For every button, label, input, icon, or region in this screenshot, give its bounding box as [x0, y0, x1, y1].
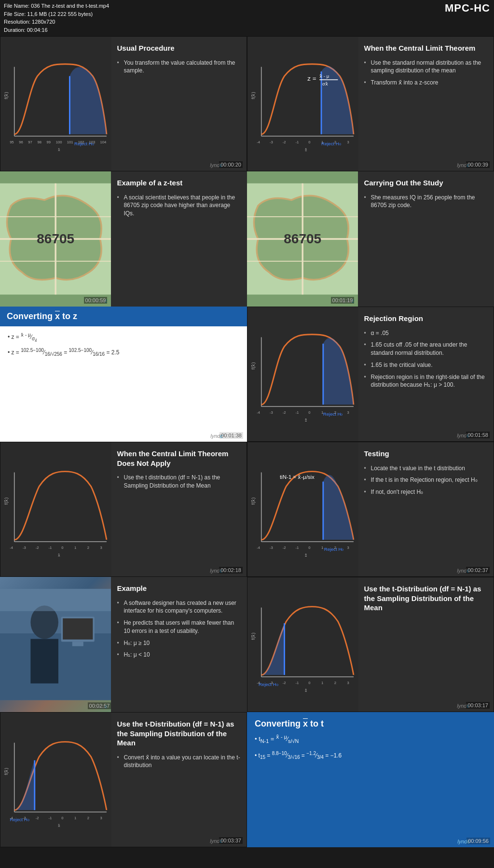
svg-text:97: 97 — [28, 140, 32, 144]
svg-text:0: 0 — [61, 816, 63, 820]
converting-t-timestamp: 00:09:56 — [467, 838, 490, 844]
usual-procedure-bullet-1: You transform the value calculated from … — [117, 59, 241, 75]
svg-text:-1: -1 — [48, 816, 52, 820]
converting-t-eq-2: • t15 = 8.8−10⁄3/√16 = −1.2⁄3/4 = −1.6 — [255, 751, 486, 760]
svg-text:-1: -1 — [48, 546, 52, 550]
svg-text:1: 1 — [74, 816, 76, 820]
carrying-out-cell: 86705 lyndc 00:01:19 Carrying Out the St… — [247, 171, 494, 307]
svg-text:3: 3 — [347, 546, 349, 550]
svg-text:f(x̄): f(x̄) — [250, 632, 256, 640]
svg-text:101: 101 — [67, 140, 73, 144]
svg-text:-4: -4 — [257, 140, 261, 144]
svg-text:2: 2 — [87, 816, 89, 820]
carrying-title: Carrying Out the Study — [364, 178, 488, 188]
mpc-hc-logo: MPC-HC — [445, 2, 490, 14]
rejection-bullet-4: Rejection region is in the right-side ta… — [364, 373, 488, 390]
svg-text:-4: -4 — [257, 410, 261, 415]
svg-text:-4: -4 — [10, 816, 14, 820]
photo-placeholder — [0, 577, 111, 712]
svg-text:-1: -1 — [295, 681, 299, 685]
example-software-cell: lyndc 00:02:57 Example A software design… — [0, 577, 247, 712]
example-software-bullet-4: H₁: μ < 10 — [117, 651, 241, 659]
svg-text:0: 0 — [308, 681, 310, 685]
svg-text:x̄ - μ: x̄ - μ — [319, 73, 329, 79]
example-z-bullet-1: A social scientist believes that people … — [117, 194, 241, 218]
svg-text:96: 96 — [19, 140, 23, 144]
file-name: File Name: 036 The z-test and the t-test… — [4, 2, 490, 10]
svg-text:100: 100 — [56, 140, 62, 144]
example-z-title: Example of a z-test — [117, 178, 241, 188]
testing-chart: Reject H₀ tiN-1 = x̄-μ/six f(x̄) -4 -3 -… — [247, 442, 358, 576]
svg-text:Reject H₀: Reject H₀ — [323, 411, 343, 417]
carrying-bullet-1: She measures IQ in 256 people from the 8… — [364, 194, 488, 210]
svg-text:Reject H₀: Reject H₀ — [321, 141, 341, 146]
example-software-bullet-3: H₀: μ ≥ 10 — [117, 639, 241, 647]
converting-x-z-cell: Converting x to z • z = x̄ - μ⁄σx̄ • z =… — [0, 307, 247, 442]
clt-bullet-2: Transform x̄ into a z-score — [364, 79, 488, 87]
svg-text:1: 1 — [74, 546, 76, 550]
testing-bullet-3: If not, don't reject H₀ — [364, 488, 488, 496]
testing-bullet-2: If the t is in the Rejection region, rej… — [364, 476, 488, 484]
svg-text:2: 2 — [334, 546, 336, 550]
converting-eq-1: • z = x̄ - μ⁄σx̄ — [8, 332, 239, 343]
svg-text:0: 0 — [308, 546, 310, 550]
clt-not-apply-chart: f(x̄) -4 -3 -2 -1 0 1 2 3 x̄ — [0, 442, 111, 576]
usual-procedure-timestamp: 00:00:20 — [219, 161, 243, 168]
svg-text:3: 3 — [347, 140, 349, 144]
rejection-timestamp: 00:01:58 — [466, 432, 490, 438]
rejection-region-title: Rejection Region — [364, 314, 488, 323]
converting-x-z-body: • z = x̄ - μ⁄σx̄ • z = 102.5−100⁄16/√256… — [0, 326, 247, 368]
svg-text:-4: -4 — [257, 546, 261, 550]
svg-rect-92 — [0, 589, 111, 611]
svg-text:-2: -2 — [283, 410, 286, 415]
svg-text:-3: -3 — [270, 410, 273, 415]
use-t-dist-2-timestamp: 00:03:37 — [219, 837, 243, 844]
converting-x-t-title: Converting x to t — [247, 712, 494, 734]
svg-text:tiN-1 = x̄-μ/six: tiN-1 = x̄-μ/six — [280, 474, 315, 480]
rejection-bullet-1: α = .05 — [364, 329, 488, 337]
svg-text:2: 2 — [334, 410, 336, 415]
file-resolution: Resolution: 1280x720 — [4, 18, 490, 26]
svg-text:0: 0 — [308, 410, 310, 415]
svg-text:f(x̄): f(x̄) — [3, 768, 9, 775]
svg-text:-4: -4 — [257, 681, 261, 685]
svg-text:z̄: z̄ — [305, 148, 307, 152]
svg-text:3: 3 — [347, 681, 349, 685]
svg-text:3: 3 — [347, 410, 349, 415]
t-dist-chart-1: Reject H₀ f(x̄) -4 -3 -2 -1 0 1 2 3 z̄ — [247, 577, 358, 712]
example-software-bullet-2: He predicts that users will make fewer t… — [117, 619, 241, 635]
map-number-2: 86705 — [284, 231, 321, 247]
svg-text:1: 1 — [321, 681, 323, 685]
converting-x-z-header: Converting x to z — [0, 307, 247, 326]
use-t-dist-timestamp: 00:03:17 — [466, 702, 490, 709]
testing-timestamp: 00:02:37 — [466, 567, 490, 574]
svg-text:2: 2 — [334, 681, 336, 685]
example-z-test-cell: 86705 lyndc 00:00:59 Example of a z-test… — [0, 171, 247, 307]
svg-text:f(x̄): f(x̄) — [250, 92, 256, 99]
svg-text:2: 2 — [334, 140, 336, 144]
svg-text:-2: -2 — [36, 546, 39, 550]
carrying-timestamp: 00:01:19 — [331, 297, 355, 304]
svg-text:z =: z = — [307, 75, 316, 82]
svg-text:-1: -1 — [295, 546, 299, 550]
svg-text:x̄: x̄ — [58, 148, 60, 152]
svg-rect-90 — [63, 618, 93, 640]
clt-timestamp: 00:00:39 — [466, 161, 490, 168]
svg-text:1: 1 — [321, 410, 323, 415]
example-z-timestamp: 00:00:59 — [84, 297, 108, 304]
svg-text:1: 1 — [321, 140, 323, 144]
svg-text:-2: -2 — [283, 140, 286, 144]
svg-text:3: 3 — [100, 816, 102, 820]
clt-title: When the Central Limit Theorem — [364, 43, 488, 53]
svg-text:f(x̄): f(x̄) — [3, 92, 9, 99]
svg-text:102: 102 — [78, 140, 84, 144]
svg-rect-88 — [30, 639, 58, 683]
file-info-bar: File Name: 036 The z-test and the t-test… — [0, 0, 494, 36]
svg-text:-3: -3 — [270, 546, 273, 550]
t-dist-chart-2: Reject H₀ f(x̄) -4 -3 -2 -1 0 1 2 3 x̄ — [0, 713, 111, 847]
use-t-dist-2-title: Use the t-Distribution (df = N-1) as the… — [117, 719, 241, 748]
svg-text:-2: -2 — [283, 681, 286, 685]
svg-text:z̄: z̄ — [305, 553, 307, 558]
clt-not-apply-timestamp: 00:02:18 — [219, 567, 243, 574]
svg-text:-3: -3 — [270, 681, 273, 685]
